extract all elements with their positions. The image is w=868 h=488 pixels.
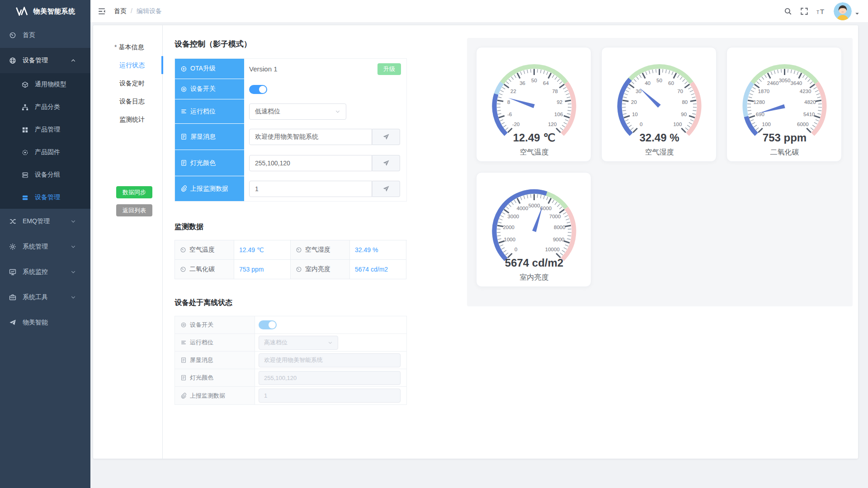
- breadcrumb: 首页/编辑设备: [114, 7, 162, 15]
- sidebar-item-2[interactable]: EMQ管理: [0, 209, 90, 234]
- sidebar-item-1[interactable]: 设备管理: [0, 48, 90, 73]
- levels-icon: [180, 108, 187, 115]
- svg-text:T: T: [816, 9, 819, 14]
- svg-text:0: 0: [514, 247, 517, 252]
- sidebar: 物美智能系统 首页设备管理通用物模型产品分类产品管理产品固件设备分组设备管理EM…: [0, 0, 90, 488]
- caret-down-icon[interactable]: [854, 11, 860, 16]
- device-tabs-nav: *基本信息运行状态设备定时设备日志监测统计数据同步 返回列表: [93, 25, 163, 459]
- sidebar-item-label: 系统管理: [23, 243, 48, 251]
- paperclip-icon: [180, 185, 187, 192]
- sidebar-subitem-0[interactable]: 通用物模型: [0, 73, 90, 96]
- sidebar-item-6[interactable]: 物美智能: [0, 310, 90, 335]
- gauge-svg: 010203040506070809010032.49 %空气湿度: [602, 47, 717, 161]
- gauge-card-3: 0100020003000400050006000700080009000100…: [476, 172, 591, 287]
- monitor-label: 室内亮度: [291, 260, 350, 279]
- offline-input-4: [259, 389, 401, 403]
- monitor-label-text: 空气温度: [189, 246, 215, 254]
- product-grid-icon: [22, 127, 28, 133]
- svg-text:70: 70: [677, 89, 683, 94]
- device-tab-label: 设备定时: [119, 80, 145, 87]
- sidebar-subitem-5[interactable]: 设备管理: [0, 186, 90, 209]
- input-with-send: [249, 129, 400, 145]
- offline-table: 设备开关运行档位高速档位屏显消息灯光颜色上报监测数据: [175, 316, 407, 405]
- sidebar-item-3[interactable]: 系统管理: [0, 234, 90, 259]
- svg-text:9000: 9000: [553, 237, 565, 242]
- svg-text:92: 92: [557, 99, 562, 105]
- breadcrumb-separator: /: [131, 7, 132, 14]
- breadcrumb-home[interactable]: 首页: [114, 7, 127, 14]
- data-sync-button[interactable]: 数据同步: [116, 186, 152, 198]
- emq-icon: [9, 218, 16, 225]
- control-input-5[interactable]: [249, 181, 372, 197]
- dashboard-icon: [296, 266, 302, 272]
- hamburger-icon[interactable]: [98, 7, 106, 15]
- device-tab-3[interactable]: 设备日志: [93, 92, 162, 110]
- sidebar-subitem-2[interactable]: 产品管理: [0, 118, 90, 141]
- device-tab-4[interactable]: 监测统计: [93, 110, 162, 128]
- sidebar-item-label: 物美智能: [23, 319, 48, 327]
- device-tab-2[interactable]: 设备定时: [93, 74, 162, 92]
- offline-label: 上报监测数据: [175, 387, 255, 404]
- device-tab-0[interactable]: *基本信息: [93, 38, 162, 56]
- control-label: OTA升级: [175, 59, 244, 79]
- font-size-icon[interactable]: TT: [816, 7, 826, 15]
- control-label-text: 上报监测数据: [190, 185, 228, 193]
- control-label-text: 屏显消息: [190, 133, 216, 141]
- logo-icon: [15, 7, 30, 16]
- send-button[interactable]: [372, 155, 400, 171]
- device-tab-1[interactable]: 运行状态: [93, 56, 162, 74]
- search-icon[interactable]: [784, 7, 792, 15]
- control-label: 灯光颜色: [175, 150, 244, 176]
- sidebar-subitem-3[interactable]: 产品固件: [0, 141, 90, 164]
- svg-text:-6: -6: [507, 112, 512, 117]
- sidebar-item-label: 系统工具: [23, 293, 48, 301]
- ota-version-text: Version 1: [249, 65, 278, 73]
- device-tab-label: 运行状态: [119, 61, 145, 69]
- avatar[interactable]: [834, 2, 852, 20]
- chevron-up-icon: [71, 58, 76, 63]
- svg-text:50: 50: [531, 78, 537, 83]
- switch-icon: [180, 322, 187, 328]
- back-to-list-button[interactable]: 返回列表: [116, 204, 152, 216]
- input-with-send: [249, 181, 400, 197]
- svg-text:2000: 2000: [503, 225, 514, 230]
- iot-globe-icon: [9, 57, 16, 64]
- upgrade-button[interactable]: 升级: [377, 63, 401, 75]
- device-switch-toggle[interactable]: [249, 85, 267, 94]
- offline-switch-toggle: [259, 320, 277, 329]
- svg-text:8: 8: [507, 99, 510, 105]
- ota-icon: [180, 66, 187, 72]
- sidebar-subitem-label: 产品分类: [35, 103, 60, 111]
- sidebar-subitem-1[interactable]: 产品分类: [0, 96, 90, 118]
- gauge-title: 空气温度: [520, 148, 549, 156]
- svg-text:8000: 8000: [554, 225, 566, 230]
- gauge-value: 753 ppm: [763, 131, 807, 144]
- svg-text:2460: 2460: [767, 80, 779, 86]
- doc-icon: [180, 357, 187, 363]
- sidebar-item-0[interactable]: 首页: [0, 23, 90, 48]
- offline-input-2: [259, 353, 401, 367]
- monitor-value: 12.49 ℃: [234, 240, 291, 260]
- sidebar-item-5[interactable]: 系统工具: [0, 285, 90, 310]
- sidebar-item-label: 设备管理: [23, 56, 48, 65]
- send-button[interactable]: [372, 129, 400, 145]
- fullscreen-icon[interactable]: [800, 7, 808, 15]
- paper-plane-icon: [9, 319, 16, 326]
- send-button[interactable]: [372, 181, 400, 197]
- top-header: 首页/编辑设备 TT: [90, 0, 868, 23]
- device-tab-label: 基本信息: [118, 43, 144, 51]
- svg-text:10000: 10000: [545, 247, 560, 252]
- offline-label: 设备开关: [175, 316, 255, 333]
- run-level-select[interactable]: 低速档位: [249, 103, 346, 120]
- control-input-4[interactable]: [249, 155, 372, 171]
- control-label-text: 灯光颜色: [190, 159, 216, 167]
- svg-text:30: 30: [636, 89, 642, 94]
- svg-text:64: 64: [543, 80, 549, 86]
- gauge-card-2: 1006901280187024603050364042304820541060…: [726, 47, 842, 162]
- svg-text:0: 0: [640, 122, 642, 127]
- sidebar-item-4[interactable]: 系统监控: [0, 259, 90, 285]
- chevron-down-icon: [328, 340, 333, 345]
- monitor-value: 32.49 %: [350, 240, 406, 260]
- control-input-3[interactable]: [249, 129, 372, 145]
- sidebar-subitem-4[interactable]: 设备分组: [0, 164, 90, 186]
